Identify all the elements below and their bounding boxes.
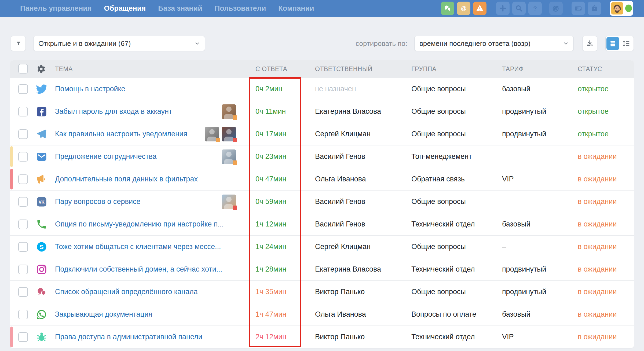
search-button[interactable] <box>512 2 526 15</box>
tariff-value: продвинутый <box>502 123 546 145</box>
alert-button[interactable] <box>473 2 486 15</box>
ticket-topic-link[interactable]: Как правильно настроить уведомления <box>55 123 187 145</box>
table-row[interactable]: Список обращений определённого канала1ч … <box>10 280 634 303</box>
phone-icon <box>36 219 47 230</box>
table-row[interactable]: SТоже хотим общаться с клиентами через м… <box>10 235 634 258</box>
row-checkbox[interactable] <box>18 152 28 162</box>
table-row[interactable]: Права доступа в административной панели2… <box>10 326 634 348</box>
briefcase-button[interactable] <box>588 2 601 15</box>
ticket-topic-link[interactable]: Помощь в настройке <box>55 78 125 100</box>
filter-button[interactable] <box>11 36 26 51</box>
briefcase-icon <box>590 4 598 12</box>
since-reply-time: 0ч 23мин <box>255 145 286 168</box>
nav-item-users[interactable]: Пользователи <box>215 4 266 13</box>
row-checkbox[interactable] <box>18 129 28 139</box>
row-checkbox[interactable] <box>18 332 28 342</box>
megaphone-icon <box>36 174 47 185</box>
add-button[interactable] <box>496 2 510 15</box>
since-reply-time: 2ч 12мин <box>255 326 286 348</box>
mention-button[interactable]: @ <box>457 2 470 15</box>
assignee-name: Виктор Панько <box>315 326 365 348</box>
group-name: Общие вопросы <box>411 281 466 303</box>
sort-by-label: сортировать по: <box>351 36 407 51</box>
nav-item-dashboard[interactable]: Панель управления <box>20 4 92 13</box>
export-button[interactable] <box>582 36 597 51</box>
nav-item-companies[interactable]: Компании <box>278 4 314 13</box>
ticket-topic-link[interactable]: Тоже хотим общаться с клиентами через ме… <box>55 236 221 258</box>
status-badge: в ожидании <box>578 191 617 213</box>
svg-text:?: ? <box>533 5 537 12</box>
goal-button[interactable] <box>549 2 563 15</box>
row-checkbox[interactable] <box>18 265 28 274</box>
table-row[interactable]: Подключили собственный домен, а сейчас х… <box>10 258 634 280</box>
ticket-topic-link[interactable]: Пару вопросов о сервисе <box>55 191 141 213</box>
help-button[interactable]: ? <box>528 2 542 15</box>
select-all-checkbox[interactable] <box>18 64 28 74</box>
table-row[interactable]: Дополнительные поля данных в фильтрах0ч … <box>10 168 634 190</box>
sort-dropdown[interactable]: времени последнего ответа (возр) <box>414 36 574 51</box>
tariff-value: базовый <box>502 213 530 235</box>
status-filter-value: Открытые и в ожидании (67) <box>38 39 131 48</box>
user-avatar <box>611 2 623 14</box>
column-header-assignee: ОТВЕТСТВЕННЫЙ <box>315 60 372 78</box>
table-row[interactable]: Опция по письму-уведомлению при настройк… <box>10 213 634 235</box>
table-row[interactable]: Предложение сотрудничества0ч 23минВасили… <box>10 145 634 168</box>
group-name: Технический отдел <box>411 326 475 348</box>
tariff-value: – <box>502 145 506 168</box>
table-row[interactable]: Как правильно настроить уведомления0ч 17… <box>10 123 634 145</box>
row-checkbox[interactable] <box>18 84 28 94</box>
ticket-topic-link[interactable]: Подключили собственный домен, а сейчас х… <box>55 258 222 280</box>
row-checkbox[interactable] <box>18 287 28 297</box>
top-navigation-bar: Панель управленияОбращенияБаза знанийПол… <box>0 0 644 17</box>
column-header-group: ГРУППА <box>411 60 436 78</box>
avatar-status-badge <box>233 138 237 142</box>
list-view-button[interactable] <box>606 37 619 50</box>
ticket-topic-link[interactable]: Забыл пароль для входа в аккаунт <box>55 100 172 123</box>
status-filter-dropdown[interactable]: Открытые и в ожидании (67) <box>33 36 205 51</box>
row-checkbox[interactable] <box>18 310 28 319</box>
chat-button[interactable] <box>441 2 454 15</box>
ticket-topic-link[interactable]: Список обращений определённого канала <box>55 281 198 303</box>
row-checkbox[interactable] <box>18 174 28 184</box>
group-name: Общие вопросы <box>411 100 466 123</box>
ticket-topic-link[interactable]: Закрывающая документация <box>55 303 152 326</box>
ticket-topic-link[interactable]: Дополнительные поля данных в фильтрах <box>55 168 198 190</box>
row-height-button[interactable] <box>620 37 633 50</box>
assignee-name: Екатерина Власова <box>315 100 381 123</box>
alert-icon <box>476 4 484 12</box>
since-reply-time: 1ч 28мин <box>255 258 286 280</box>
table-header: ТЕМА С ОТВЕТА ОТВЕТСТВЕННЫЙ ГРУППА ТАРИФ… <box>10 60 634 78</box>
column-settings-button[interactable] <box>37 64 46 74</box>
row-checkbox[interactable] <box>18 107 28 116</box>
vk-icon: VK <box>36 196 47 207</box>
assignee-name: Василий Генов <box>315 191 365 213</box>
group-name: Топ-менеджемент <box>411 145 472 168</box>
row-checkbox[interactable] <box>18 197 28 207</box>
row-checkbox[interactable] <box>18 242 28 252</box>
group-name: Общие вопросы <box>411 123 466 145</box>
nav-item-tickets[interactable]: Обращения <box>104 4 146 13</box>
ticket-topic-link[interactable]: Предложение сотрудничества <box>55 145 157 168</box>
keyboard-button[interactable] <box>572 2 585 15</box>
nav-item-knowledge-base[interactable]: База знаний <box>158 4 202 13</box>
table-row[interactable]: Закрывающая документация1ч 47минОльга Ив… <box>10 303 634 326</box>
tariff-value: VIP <box>502 326 514 348</box>
table-row[interactable]: Помощь в настройке0ч 2минне назначенОбщи… <box>10 78 634 100</box>
ticket-topic-link[interactable]: Опция по письму-уведомлению при настройк… <box>55 213 224 235</box>
svg-text:VK: VK <box>39 200 45 204</box>
row-checkbox[interactable] <box>18 220 28 229</box>
mention-icon: @ <box>460 4 468 12</box>
table-row[interactable]: VKПару вопросов о сервисе0ч 59минВасилий… <box>10 190 634 213</box>
row-accent-strip <box>10 169 13 189</box>
group-name: Технический отдел <box>411 258 475 280</box>
assignee-name: Сергей Клицман <box>315 236 371 258</box>
ticket-topic-link[interactable]: Права доступа в административной панели <box>55 326 202 348</box>
status-badge: в ожидании <box>578 213 617 235</box>
user-menu[interactable] <box>610 1 633 16</box>
telegram-icon <box>36 129 47 140</box>
since-reply-time: 1ч 35мин <box>255 281 286 303</box>
gear-icon <box>37 64 46 74</box>
table-row[interactable]: Забыл пароль для входа в аккаунт0ч 11мин… <box>10 100 634 123</box>
goal-icon <box>552 4 560 12</box>
row-accent-strip <box>10 327 13 347</box>
